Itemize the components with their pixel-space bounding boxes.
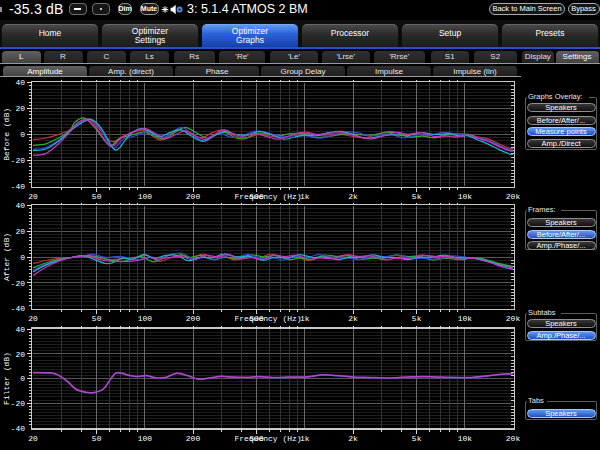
svg-text:10k: 10k	[458, 434, 473, 443]
svg-text:5k: 5k	[412, 314, 422, 323]
svg-text:0: 0	[20, 374, 25, 383]
svg-text:-20: -20	[11, 399, 26, 408]
svg-text:After (dB): After (dB)	[2, 233, 11, 281]
svg-text:40: 40	[15, 325, 25, 334]
svg-text:20: 20	[28, 192, 38, 201]
svg-text:-40: -40	[11, 182, 26, 191]
svg-text:20: 20	[28, 314, 38, 323]
svg-text:50: 50	[92, 434, 102, 443]
svg-text:Frequency (Hz): Frequency (Hz)	[234, 314, 301, 323]
svg-text:40: 40	[15, 201, 25, 210]
svg-text:-20: -20	[11, 156, 26, 165]
svg-text:20: 20	[15, 350, 25, 359]
svg-text:0: 0	[20, 130, 25, 139]
svg-text:Frequency (Hz): Frequency (Hz)	[234, 434, 301, 443]
svg-text:2k: 2k	[348, 434, 358, 443]
svg-text:2k: 2k	[348, 192, 358, 201]
svg-text:40: 40	[15, 78, 25, 87]
svg-text:Frequency (Hz): Frequency (Hz)	[234, 192, 301, 201]
svg-text:2k: 2k	[348, 314, 358, 323]
svg-text:50: 50	[92, 192, 102, 201]
svg-text:5k: 5k	[412, 192, 422, 201]
svg-text:20: 20	[15, 104, 25, 113]
svg-text:5k: 5k	[412, 434, 422, 443]
svg-text:Before (dB): Before (dB)	[2, 108, 11, 161]
svg-text:20k: 20k	[506, 314, 521, 323]
svg-text:100: 100	[138, 314, 153, 323]
svg-text:-40: -40	[11, 424, 26, 433]
svg-text:-20: -20	[11, 279, 26, 288]
svg-text:20: 20	[28, 434, 38, 443]
svg-text:10k: 10k	[458, 314, 473, 323]
svg-text:200: 200	[186, 434, 201, 443]
svg-text:10k: 10k	[458, 192, 473, 201]
svg-text:0: 0	[20, 253, 25, 262]
svg-text:Filter (dB): Filter (dB)	[2, 352, 11, 405]
svg-text:20k: 20k	[506, 434, 521, 443]
svg-text:20k: 20k	[506, 192, 521, 201]
svg-text:50: 50	[92, 314, 102, 323]
svg-text:200: 200	[186, 192, 201, 201]
svg-text:100: 100	[138, 434, 153, 443]
svg-text:200: 200	[186, 314, 201, 323]
svg-text:-40: -40	[11, 304, 26, 313]
svg-text:100: 100	[138, 192, 153, 201]
svg-text:20: 20	[15, 227, 25, 236]
